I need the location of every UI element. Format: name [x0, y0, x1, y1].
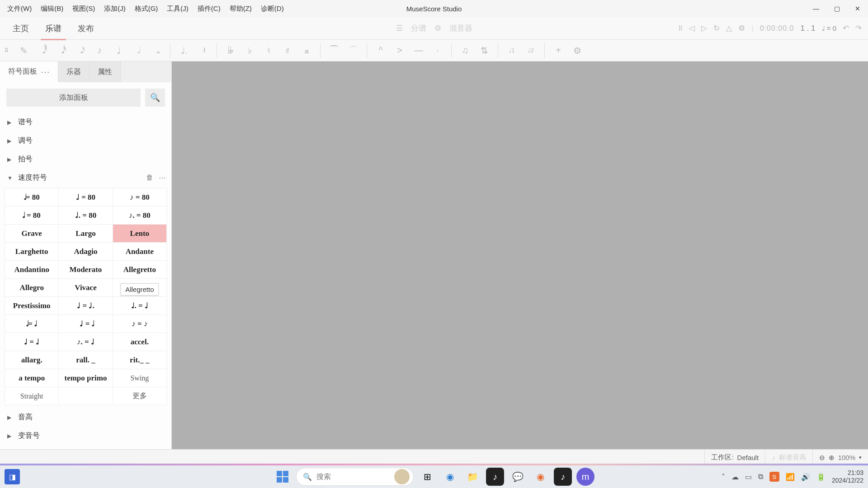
tempo-cell-3[interactable]: 𝅗𝅥. = 80 [5, 206, 59, 225]
clock[interactable]: 21:03 2024/12/22 [832, 469, 863, 484]
mixer-label[interactable]: 混音器 [449, 23, 472, 33]
tie-icon[interactable]: ⁀ [326, 42, 342, 59]
start-button[interactable] [274, 468, 292, 486]
tempo-cell-16[interactable]: Vivace [59, 279, 113, 297]
voice2-icon[interactable]: ♩2 [523, 42, 539, 59]
parts-label[interactable]: 分谱 [411, 23, 426, 33]
pencil-icon[interactable]: ✎ [15, 42, 32, 59]
onedrive-icon[interactable]: ☁ [731, 473, 739, 481]
tab-publish[interactable]: 发布 [70, 17, 102, 40]
tempo-cell-29[interactable]: rit._ _ [113, 351, 167, 369]
tempo-cell-20[interactable]: ♩. = ♩ [113, 297, 167, 315]
menu-edit[interactable]: 编辑(B) [36, 3, 68, 15]
zoom-in-icon[interactable]: ⊕ [829, 454, 835, 462]
widgets-button[interactable]: ◨ [5, 469, 20, 484]
tempo-cell-22[interactable]: ♩ = 𝅗𝅥 [59, 315, 113, 333]
tiktok-icon[interactable]: ♪ [486, 468, 504, 486]
note-16-icon[interactable]: 𝅘𝅥𝅯 [72, 42, 89, 59]
loop-icon[interactable]: ↻ [713, 23, 720, 33]
slur-icon[interactable]: ⌒ [345, 42, 361, 59]
add-icon[interactable]: + [550, 42, 566, 59]
note-4-icon[interactable]: ♩ [110, 42, 127, 59]
category-key[interactable]: ▶ 调号 [0, 131, 171, 150]
menu-tools[interactable]: 工具(J) [162, 3, 193, 15]
voice1-icon[interactable]: ♩1 [504, 42, 520, 59]
flat-icon[interactable]: ♭ [241, 42, 258, 59]
double-sharp-icon[interactable]: 𝄪 [298, 42, 315, 59]
tab-score[interactable]: 乐谱 [37, 17, 70, 40]
search-button[interactable]: 🔍 [145, 89, 165, 107]
flip-icon[interactable]: ⇅ [476, 42, 492, 59]
edge-icon[interactable]: ◉ [441, 468, 459, 486]
tempo-cell-8[interactable]: Lento [113, 225, 167, 243]
more-icon[interactable]: ⋯ [159, 174, 166, 182]
tempo-cell-6[interactable]: Grave [5, 225, 59, 243]
category-clef[interactable]: ▶ 谱号 [0, 113, 171, 131]
tempo-cell-7[interactable]: Largo [59, 225, 113, 243]
menu-diagnostic[interactable]: 诊断(D) [256, 3, 288, 15]
grip-icon[interactable]: ⠿ [678, 25, 683, 32]
tempo-cell-9[interactable]: Larghetto [5, 243, 59, 261]
add-panel-button[interactable]: 添加面板 [6, 89, 141, 107]
musescore-icon[interactable]: m [576, 468, 594, 486]
menu-help[interactable]: 帮助(Z) [225, 3, 256, 15]
category-pitch[interactable]: ▶ 音高 [0, 408, 171, 427]
note-64-icon[interactable]: 𝅘𝅥𝅱 [34, 42, 51, 59]
volume-icon[interactable]: 🔊 [801, 473, 810, 481]
tempo-cell-25[interactable]: ♪. = ♩ [59, 333, 113, 351]
tempo-cell-13[interactable]: Moderato [59, 261, 113, 279]
tempo-cell-1[interactable]: ♩ = 80 [59, 188, 113, 206]
concert-pitch-toggle[interactable]: ♪ 标准音高 [765, 450, 812, 465]
menu-file[interactable]: 文件(W) [3, 3, 36, 15]
tempo-cell-27[interactable]: allarg. [5, 351, 59, 369]
play-icon[interactable]: ▷ [701, 23, 707, 33]
category-time[interactable]: ▶ 拍号 [0, 150, 171, 169]
toolbar-grip-icon[interactable]: ⠿ [5, 47, 13, 54]
tempo-cell-21[interactable]: 𝅗𝅥 = ♩ [5, 315, 59, 333]
maximize-button[interactable]: ▢ [826, 0, 847, 17]
tray-chevron-icon[interactable]: ˄ [722, 473, 725, 481]
dot-icon[interactable]: ♩. [176, 42, 192, 59]
sogou-icon[interactable]: S [769, 472, 779, 482]
menu-view[interactable]: 视图(S) [68, 3, 99, 15]
task-view-icon[interactable]: ⊞ [418, 468, 436, 486]
note-2-icon[interactable]: 𝅗𝅥 [129, 42, 146, 59]
tempo-cell-15[interactable]: Allegro [5, 279, 59, 297]
redo-icon[interactable]: ↷ [855, 23, 862, 33]
tempo-cell-34[interactable] [59, 387, 113, 405]
tempo-cell-33[interactable]: Straight [5, 387, 59, 405]
tempo-cell-10[interactable]: Adagio [59, 243, 113, 261]
mixer-icon[interactable]: ⚙ [434, 23, 441, 33]
tempo-cell-32[interactable]: Swing [113, 369, 167, 387]
delete-icon[interactable]: 🗑 [146, 174, 153, 182]
note-1-icon[interactable]: 𝅝 [148, 42, 165, 59]
tempo-cell-19[interactable]: ♩ = ♩. [59, 297, 113, 315]
score-canvas[interactable] [172, 61, 868, 465]
tempo-cell-31[interactable]: tempo primo [59, 369, 113, 387]
tempo-cell-4[interactable]: ♩. = 80 [59, 206, 113, 225]
tempo-cell-30[interactable]: a tempo [5, 369, 59, 387]
douyin-icon[interactable]: ♪ [554, 468, 572, 486]
category-accidental[interactable]: ▶ 变音号 [0, 427, 171, 445]
close-button[interactable]: ✕ [847, 0, 868, 17]
wechat-icon[interactable]: 💬 [509, 468, 527, 486]
sharp-icon[interactable]: ♯ [279, 42, 296, 59]
double-flat-icon[interactable]: 𝄫 [222, 42, 239, 59]
minimize-button[interactable]: — [806, 0, 826, 17]
explorer-icon[interactable]: 📁 [463, 468, 481, 486]
gear-icon[interactable]: ⚙ [569, 42, 585, 59]
tab-properties[interactable]: 属性 [90, 61, 121, 82]
tab-home[interactable]: 主页 [5, 17, 37, 40]
tenuto-icon[interactable]: — [410, 42, 427, 59]
zoom-value[interactable]: 100% [838, 454, 855, 461]
tempo-cell-26[interactable]: accel. [113, 333, 167, 351]
menu-plugins[interactable]: 插件(C) [193, 3, 225, 15]
tempo-cell-14[interactable]: AllegrettoAllegretto [113, 261, 167, 279]
workspace-selector[interactable]: 工作区: Default [704, 450, 765, 465]
tempo-cell-23[interactable]: ♪ = ♪ [113, 315, 167, 333]
zoom-out-icon[interactable]: ⊖ [819, 454, 825, 462]
rest-icon[interactable]: 𝄽 [195, 42, 211, 59]
staccato-icon[interactable]: · [429, 42, 446, 59]
settings-icon[interactable]: ⚙ [738, 23, 745, 33]
rewind-icon[interactable]: ◁ [689, 23, 695, 33]
